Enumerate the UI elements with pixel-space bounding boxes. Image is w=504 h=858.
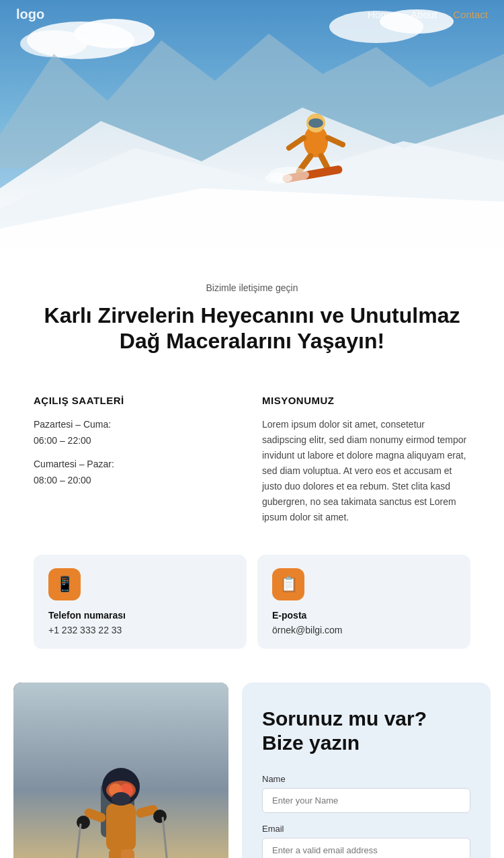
email-form-group: Email	[262, 824, 470, 858]
svg-point-19	[265, 173, 292, 184]
email-icon: 📋	[272, 568, 304, 600]
weekdays-hours: Pazartesi – Cuma: 06:00 – 22:00	[34, 417, 242, 449]
hero-section	[0, 0, 504, 249]
contact-heading: Karlı Zirvelerin Heyecanını ve Unutulmaz…	[44, 303, 460, 354]
form-heading: Sorunuz mu var? Bize yazın	[262, 707, 470, 755]
nav-logo[interactable]: logo	[16, 7, 44, 22]
email-input[interactable]	[262, 838, 470, 858]
contact-subtitle: Bizimle iletişime geçin	[27, 282, 477, 293]
hero-svg	[0, 0, 504, 249]
info-section: AÇILIŞ SAATLERİ Pazartesi – Cuma: 06:00 …	[0, 368, 504, 539]
svg-point-28	[112, 792, 130, 806]
email-card: 📋 E-posta örnek@bilgi.com	[257, 555, 470, 649]
contact-cards: 📱 Telefon numarası +1 232 333 22 33 📋 E-…	[0, 539, 504, 676]
phone-value: +1 232 333 22 33	[48, 625, 232, 635]
phone-title: Telefon numarası	[48, 610, 232, 621]
bottom-image	[13, 682, 228, 858]
name-input[interactable]	[262, 788, 470, 813]
phone-icon: 📱	[48, 568, 81, 600]
nav-links: Home About Contact	[368, 9, 488, 20]
contact-intro-section: Bizimle iletişime geçin Karlı Zirvelerin…	[0, 249, 504, 368]
bottom-section: Sorunuz mu var? Bize yazın Name Email Me…	[0, 676, 504, 858]
email-title: E-posta	[272, 610, 456, 621]
nav-about[interactable]: About	[411, 9, 437, 20]
bottom-image-svg	[13, 682, 228, 858]
name-form-group: Name	[262, 774, 470, 813]
name-label: Name	[262, 774, 470, 784]
contact-form-section: Sorunuz mu var? Bize yazın Name Email Me…	[242, 682, 491, 858]
hero-image	[0, 0, 504, 249]
phone-card: 📱 Telefon numarası +1 232 333 22 33	[34, 555, 247, 649]
svg-point-12	[308, 118, 323, 128]
mission-title: MISYONUMUZ	[262, 395, 470, 406]
navbar: logo Home About Contact	[0, 0, 504, 29]
nav-contact[interactable]: Contact	[453, 9, 488, 20]
svg-point-32	[153, 810, 167, 823]
email-value: örnek@bilgi.com	[272, 625, 456, 635]
svg-rect-34	[121, 849, 134, 858]
svg-rect-33	[109, 849, 122, 858]
weekend-hours: Cumartesi – Pazar: 08:00 – 20:00	[34, 457, 242, 489]
email-label: Email	[262, 824, 470, 834]
svg-point-31	[77, 816, 90, 829]
opening-hours-block: AÇILIŞ SAATLERİ Pazartesi – Cuma: 06:00 …	[34, 395, 242, 526]
svg-rect-23	[106, 804, 136, 851]
mission-text: Lorem ipsum dolor sit amet, consetetur s…	[262, 417, 470, 526]
mission-block: MISYONUMUZ Lorem ipsum dolor sit amet, c…	[262, 395, 470, 526]
opening-hours-title: AÇILIŞ SAATLERİ	[34, 395, 242, 406]
nav-home[interactable]: Home	[368, 9, 394, 20]
svg-point-3	[20, 30, 87, 57]
